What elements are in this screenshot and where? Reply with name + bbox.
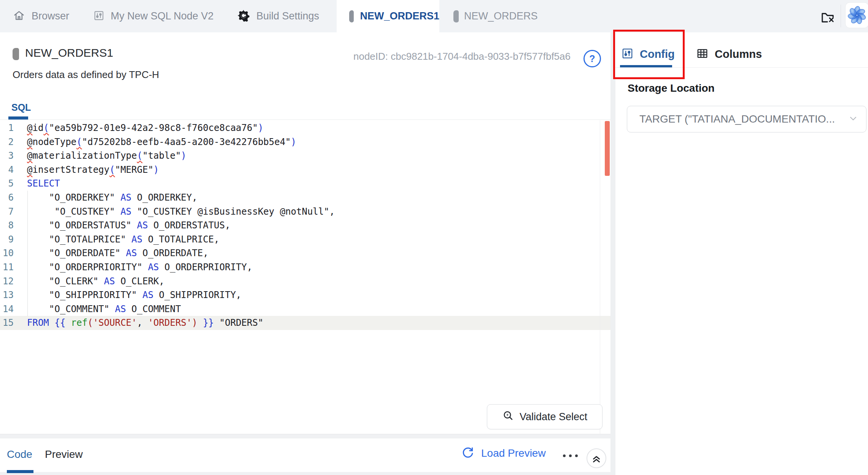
right-config-panel xyxy=(615,32,868,475)
code-line[interactable]: 5SELECT xyxy=(0,177,610,191)
code-text: @insertStrategy("MERGE") xyxy=(14,163,159,177)
footer-bottom-strip xyxy=(0,472,610,475)
ellipsis-icon[interactable] xyxy=(563,454,578,457)
nav-item-sql-node[interactable]: My New SQL Node V2 xyxy=(93,0,214,32)
line-number: 14 xyxy=(0,302,14,316)
editor-top-border xyxy=(0,120,610,120)
code-text: "O_ORDERKEY" AS O_ORDERKEY, xyxy=(14,191,197,205)
node-id-text: nodeID: cbc9821b-1704-4dba-9033-b7f577fb… xyxy=(350,51,571,62)
refresh-icon xyxy=(461,446,474,461)
line-number: 10 xyxy=(0,246,14,260)
tab-new-orders-label: NEW_ORDERS xyxy=(464,10,538,22)
line-number: 2 xyxy=(0,135,14,149)
config-sliders-icon xyxy=(621,47,634,61)
code-text: "O_ORDERPRIORITY" AS O_ORDERPRIORITY, xyxy=(14,260,252,274)
line-number: 9 xyxy=(0,233,14,247)
code-line[interactable]: 11 "O_ORDERPRIORITY" AS O_ORDERPRIORITY, xyxy=(0,260,610,274)
code-text: "O_COMMENT" AS O_COMMENT xyxy=(14,302,181,316)
code-line[interactable]: 8 "O_ORDERSTATUS" AS O_ORDERSTATUS, xyxy=(0,218,610,233)
panel-tabs-border xyxy=(615,67,868,68)
storage-location-dropdown[interactable]: TARGET ("TATIANA_DOCUMENTATIO... xyxy=(627,106,866,132)
line-number: 15 xyxy=(0,316,14,330)
code-text: "O_ORDERSTATUS" AS O_ORDERSTATUS, xyxy=(14,218,231,233)
code-text: @materializationType("table") xyxy=(14,149,186,163)
code-lines: 1@id("ea59b792-01e9-42a2-98c8-f760ce8caa… xyxy=(0,121,610,330)
tab-config[interactable]: Config xyxy=(621,43,675,65)
panel-divider xyxy=(610,32,615,475)
code-tab-active-underline xyxy=(7,470,33,473)
line-number: 3 xyxy=(0,149,14,163)
code-line[interactable]: 10 "O_ORDERDATE" AS O_ORDERDATE, xyxy=(0,246,610,260)
code-text: @id("ea59b792-01e9-42a2-98c8-f760ce8caa7… xyxy=(14,121,263,135)
code-line[interactable]: 4@insertStrategy("MERGE") xyxy=(0,163,610,177)
tab-columns[interactable]: Columns xyxy=(696,43,762,65)
storage-location-label: Storage Location xyxy=(628,82,715,94)
home-icon xyxy=(13,9,25,24)
double-chevron-up-icon xyxy=(591,453,602,464)
magnifier-bolt-icon xyxy=(502,410,514,424)
code-line[interactable]: 3@materializationType("table") xyxy=(0,149,610,163)
validate-select-button[interactable]: Validate Select xyxy=(487,404,603,429)
code-line[interactable]: 7 "O_CUSTKEY" AS "O_CUSTKEY @isBusinessK… xyxy=(0,205,610,219)
code-text: "O_CUSTKEY" AS "O_CUSTKEY @isBusinessKey… xyxy=(14,205,335,219)
code-text: "O_ORDERDATE" AS O_ORDERDATE, xyxy=(14,246,208,260)
editor-scrollbar-edge xyxy=(600,120,600,434)
tab-sql[interactable]: SQL xyxy=(11,102,31,113)
code-line[interactable]: 2@nodeType("d75202b8-eefb-4aa5-a200-3e42… xyxy=(0,135,610,149)
code-text: "O_SHIPPRIORITY" AS O_SHIPPRIORITY, xyxy=(14,288,242,302)
nav-label-browser: Browser xyxy=(32,10,69,22)
top-tab-bar: Browser My New SQL Node V2 Build Setting… xyxy=(0,0,868,32)
tab-new-orders1-label: NEW_ORDERS1 xyxy=(360,10,439,22)
code-line[interactable]: 9 "O_TOTALPRICE" AS O_TOTALPRICE, xyxy=(0,233,610,247)
load-preview-label: Load Preview xyxy=(481,447,546,459)
code-line[interactable]: 1@id("ea59b792-01e9-42a2-98c8-f760ce8caa… xyxy=(0,121,610,135)
code-line[interactable]: 14 "O_COMMENT" AS O_COMMENT xyxy=(0,302,610,316)
page-title: NEW_ORDERS1 xyxy=(25,46,113,59)
sql-code-editor[interactable]: 1@id("ea59b792-01e9-42a2-98c8-f760ce8caa… xyxy=(0,121,610,330)
nav-label-build-settings: Build Settings xyxy=(256,10,319,22)
node-pill-icon xyxy=(453,10,459,22)
line-number: 11 xyxy=(0,260,14,274)
line-number: 6 xyxy=(0,191,14,205)
tab-preview[interactable]: Preview xyxy=(45,448,83,461)
folder-x-icon[interactable] xyxy=(820,9,835,26)
tab-new-orders1[interactable]: NEW_ORDERS1 xyxy=(337,0,439,32)
code-text: "O_CLERK" AS O_CLERK, xyxy=(14,274,164,289)
line-number: 4 xyxy=(0,163,14,177)
code-text: SELECT xyxy=(14,177,60,191)
code-text: FROM {{ ref('SOURCE', 'ORDERS') }} "ORDE… xyxy=(14,316,263,330)
app-logo[interactable] xyxy=(845,2,868,28)
scrollbar-error-marker[interactable] xyxy=(605,121,610,176)
topbar-divider xyxy=(841,5,841,27)
gear-icon xyxy=(237,9,250,24)
indent-guide-line xyxy=(27,191,28,316)
code-line[interactable]: 12 "O_CLERK" AS O_CLERK, xyxy=(0,274,610,289)
code-line[interactable]: 15FROM {{ ref('SOURCE', 'ORDERS') }} "OR… xyxy=(0,316,610,330)
validate-select-label: Validate Select xyxy=(520,411,587,423)
line-number: 5 xyxy=(0,177,14,191)
code-text: "O_TOTALPRICE" AS O_TOTALPRICE, xyxy=(14,233,219,247)
node-pill-icon xyxy=(349,10,354,22)
nav-item-build-settings[interactable]: Build Settings xyxy=(237,0,319,32)
line-number: 13 xyxy=(0,288,14,302)
collapse-panel-button[interactable] xyxy=(587,448,606,468)
columns-tab-label: Columns xyxy=(715,48,762,61)
node-description[interactable]: Orders data as defined by TPC-H xyxy=(13,69,159,81)
tab-new-orders[interactable]: NEW_ORDERS xyxy=(453,0,538,32)
code-line[interactable]: 13 "O_SHIPPRIORITY" AS O_SHIPPRIORITY, xyxy=(0,288,610,302)
help-icon[interactable]: ? xyxy=(583,50,601,67)
line-number: 8 xyxy=(0,218,14,233)
node-pill-icon xyxy=(13,48,19,60)
load-preview-button[interactable]: Load Preview xyxy=(461,446,546,461)
node-sliders-icon xyxy=(93,10,105,23)
line-number: 7 xyxy=(0,205,14,219)
nav-item-browser[interactable]: Browser xyxy=(13,0,69,32)
columns-grid-icon xyxy=(696,47,709,61)
nav-label-sql-node: My New SQL Node V2 xyxy=(111,10,214,22)
blue-pinwheel-logo-icon xyxy=(847,6,866,25)
code-line[interactable]: 6 "O_ORDERKEY" AS O_ORDERKEY, xyxy=(0,191,610,205)
storage-location-value: TARGET ("TATIANA_DOCUMENTATIO... xyxy=(639,113,848,125)
chevron-down-icon xyxy=(848,113,858,125)
tab-code[interactable]: Code xyxy=(7,448,32,461)
line-number: 12 xyxy=(0,274,14,289)
